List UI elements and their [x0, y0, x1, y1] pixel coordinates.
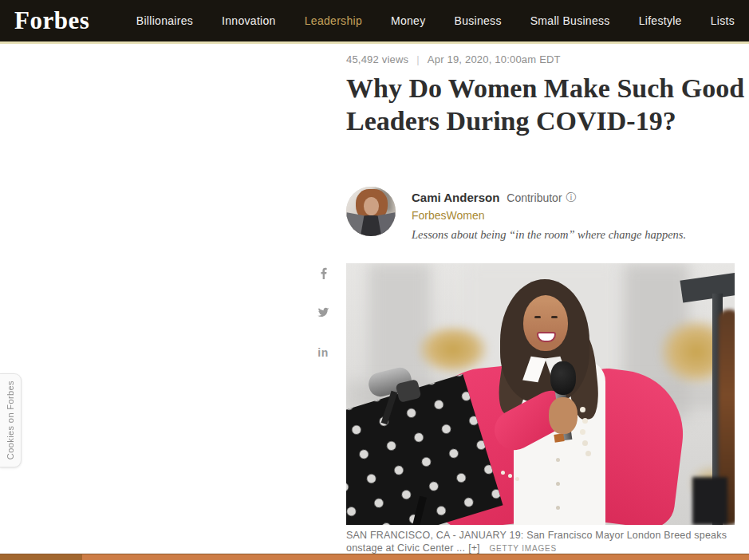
caption-line-1: SAN FRANCISCO, CA - JANUARY 19: San Fran… — [346, 530, 735, 542]
cookies-tab[interactable]: Cookies on Forbes — [0, 373, 22, 467]
nav-menu: Billionaires Innovation Leadership Money… — [136, 14, 735, 27]
share-rail: in — [315, 267, 331, 360]
view-count: 45,492 views — [346, 53, 408, 65]
facebook-icon — [317, 267, 329, 282]
caption-line-2-wrap: onstage at Civic Center ... [+] GETTY IM… — [346, 542, 735, 555]
author-tagline: Lessons about being “in the room” where … — [412, 228, 686, 242]
pearl-necklace — [580, 407, 585, 412]
facebook-share-button[interactable] — [315, 267, 331, 282]
image-caption: SAN FRANCISCO, CA - JANUARY 19: San Fran… — [346, 530, 735, 554]
nav-item-billionaires[interactable]: Billionaires — [136, 14, 193, 27]
author-info: Cami Anderson Contributor ⓘ ForbesWomen … — [412, 187, 686, 242]
author-avatar[interactable] — [346, 187, 396, 236]
blazer-cuff-buttons — [501, 471, 505, 475]
gold-ornament-left — [418, 325, 488, 373]
speaker-eye-left — [534, 316, 541, 318]
top-nav: Forbes Billionaires Innovation Leadershi… — [0, 0, 749, 44]
nav-item-lists[interactable]: Lists — [711, 14, 735, 27]
meta-separator: | — [416, 53, 420, 65]
hero-figure: SAN FRANCISCO, CA - JANUARY 19: San Fran… — [346, 263, 735, 554]
caption-expand-button[interactable]: [+] — [468, 542, 479, 555]
linkedin-icon: in — [317, 346, 328, 359]
speaker-eye-right — [551, 316, 558, 318]
bottom-progress-bar — [0, 554, 749, 560]
bystander-shoulder — [692, 477, 727, 525]
forbes-logo[interactable]: Forbes — [14, 6, 89, 35]
author-role: Contributor — [507, 191, 562, 204]
nav-item-money[interactable]: Money — [391, 14, 426, 27]
caption-line-2: onstage at Civic Center ... — [346, 542, 465, 555]
article-meta: 45,492 views | Apr 19, 2020, 10:00am EDT — [346, 53, 561, 65]
nav-item-lifestyle[interactable]: Lifestyle — [639, 14, 682, 27]
author-byline: Cami Anderson Contributor ⓘ — [412, 191, 686, 204]
bottom-progress-segment — [0, 554, 82, 560]
nav-item-business[interactable]: Business — [455, 14, 502, 27]
nav-item-innovation[interactable]: Innovation — [222, 14, 276, 27]
speaker-face — [523, 295, 568, 351]
nav-item-leadership[interactable]: Leadership — [305, 14, 362, 27]
microphone-head — [550, 361, 576, 395]
linkedin-share-button[interactable]: in — [315, 345, 331, 360]
nav-item-small-business[interactable]: Small Business — [530, 14, 610, 27]
info-icon[interactable]: ⓘ — [566, 192, 577, 203]
author-name[interactable]: Cami Anderson — [412, 191, 499, 204]
avatar-jacket-right — [378, 212, 396, 236]
twitter-share-button[interactable] — [315, 306, 331, 321]
image-credit: GETTY IMAGES — [489, 542, 556, 555]
author-block: Cami Anderson Contributor ⓘ ForbesWomen … — [346, 187, 686, 242]
speaker-hand — [549, 397, 578, 434]
article-title: Why Do Women Make Such Good Leaders Duri… — [346, 72, 745, 137]
cookies-tab-label: Cookies on Forbes — [6, 381, 15, 459]
forbes-article-page: Forbes Billionaires Innovation Leadershi… — [0, 0, 749, 560]
avatar-face — [364, 197, 379, 215]
publish-date: Apr 19, 2020, 10:00am EDT — [428, 53, 561, 65]
twitter-icon — [317, 306, 329, 321]
hero-image — [346, 263, 735, 525]
microphone-band — [554, 433, 564, 443]
author-channel-link[interactable]: ForbesWomen — [412, 209, 485, 222]
